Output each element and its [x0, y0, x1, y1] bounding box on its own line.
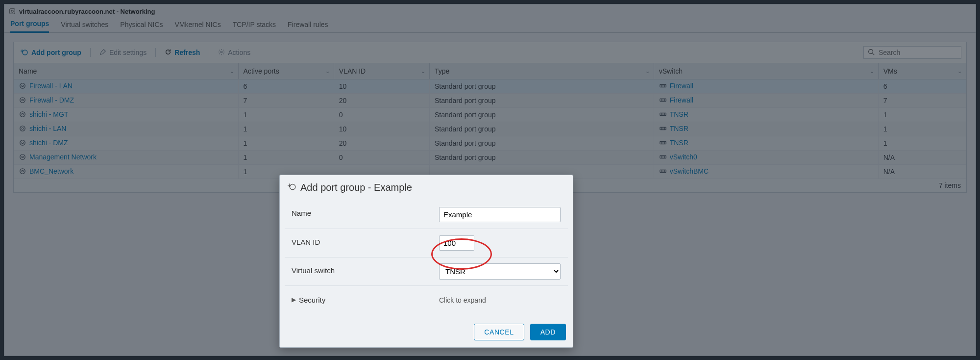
vlan-id-input[interactable]: [439, 235, 474, 251]
security-expander[interactable]: ▶ Security: [292, 296, 325, 304]
vlan-id-label: VLAN ID: [285, 229, 439, 257]
add-port-group-dialog: Add port group - Example Name VLAN ID Vi…: [279, 175, 573, 348]
add-button[interactable]: ADD: [530, 324, 566, 340]
virtual-switch-select[interactable]: TNSR: [439, 263, 561, 280]
virtual-switch-label: Virtual switch: [285, 257, 439, 285]
security-hint[interactable]: Click to expand: [439, 296, 486, 304]
cancel-button[interactable]: CANCEL: [474, 324, 524, 340]
add-port-group-icon: [288, 182, 296, 193]
name-label: Name: [285, 200, 439, 229]
name-input[interactable]: [439, 207, 561, 222]
chevron-right-icon: ▶: [292, 296, 296, 303]
dialog-title: Add port group - Example: [300, 182, 412, 193]
